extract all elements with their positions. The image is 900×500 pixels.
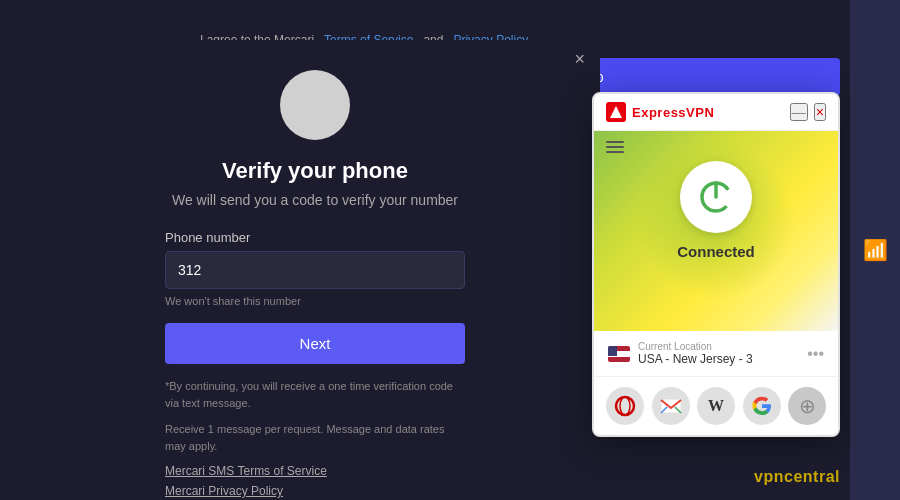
vpn-location-row[interactable]: Current Location USA - New Jersey - 3 ••… [594,331,838,377]
power-button[interactable] [680,161,752,233]
wikipedia-app-icon[interactable]: W [697,387,735,425]
avatar [280,70,350,140]
more-options-button[interactable]: ••• [807,345,824,363]
expressvpn-logo-icon [606,102,626,122]
svg-point-2 [616,397,634,415]
wifi-icon: 📶 [863,238,888,262]
power-icon [696,177,736,217]
location-name: USA - New Jersey - 3 [638,352,799,366]
legal-links: Mercari SMS Terms of Service Mercari Pri… [165,464,465,498]
phone-verification-modal: × Verify your phone We will send you a c… [30,40,600,460]
modal-subtitle: We will send you a code to verify your n… [172,192,458,208]
phone-field-label: Phone number [165,230,465,245]
vpn-apps-row: W ⊕ [594,377,838,435]
phone-input[interactable] [165,251,465,289]
next-button[interactable]: Next [165,323,465,364]
menu-line-1 [606,141,624,143]
minimize-button[interactable]: — [790,103,808,121]
menu-line-3 [606,151,624,153]
vpn-header: ExpressVPN — × [594,94,838,131]
opera-app-icon[interactable] [606,387,644,425]
close-vpn-button[interactable]: × [814,103,826,121]
vpn-main-area: Connected [594,131,838,331]
disclaimer-text-2: Receive 1 message per request. Message a… [165,421,465,454]
vpn-bottom: Current Location USA - New Jersey - 3 ••… [594,331,838,435]
location-info: Current Location USA - New Jersey - 3 [638,341,799,366]
phone-form: Phone number We won't share this number … [165,230,465,500]
gmail-app-icon[interactable] [652,387,690,425]
modal-title: Verify your phone [222,158,408,184]
privacy-policy-link[interactable]: Mercari Privacy Policy [165,484,465,498]
menu-line-2 [606,146,624,148]
menu-button[interactable] [606,141,624,153]
vpn-central-watermark: vpncentral [754,468,840,486]
vpn-app-title: ExpressVPN [632,105,714,120]
sms-terms-link[interactable]: Mercari SMS Terms of Service [165,464,465,478]
vpn-central-text: vpncentral [754,468,840,486]
vpn-title-area: ExpressVPN [606,102,714,122]
current-location-label: Current Location [638,341,799,352]
svg-point-3 [620,397,630,415]
add-app-icon[interactable]: ⊕ [788,387,826,425]
no-share-notice: We won't share this number [165,295,465,307]
expressvpn-logo-triangle [610,106,622,118]
us-flag-icon [608,346,630,362]
right-sidebar: 📶 [850,0,900,500]
window-controls: — × [790,103,826,121]
expressvpn-popup: ExpressVPN — × Connected [592,92,840,437]
google-app-icon[interactable] [743,387,781,425]
flag-canton [608,346,617,356]
disclaimer-text-1: *By continuing, you will receive a one t… [165,378,465,411]
connected-status: Connected [677,243,755,260]
close-button[interactable]: × [574,50,585,68]
